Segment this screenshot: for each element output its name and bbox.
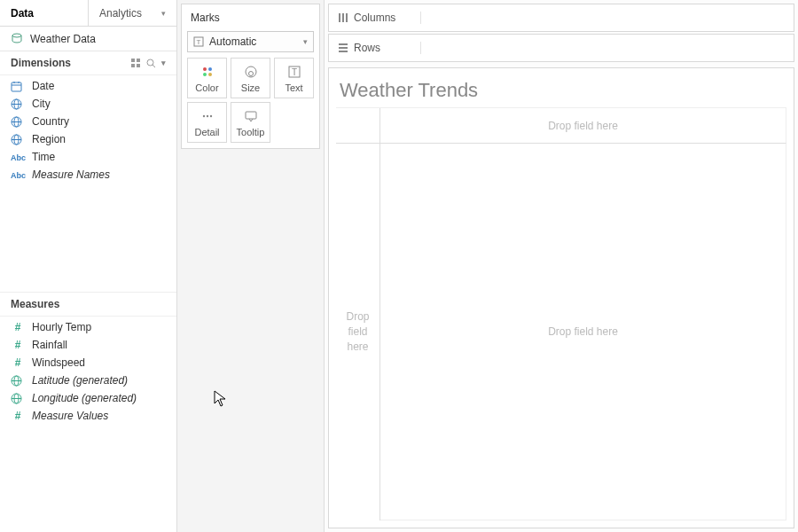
svg-point-33 xyxy=(248,71,253,75)
datasource-row[interactable]: Weather Data xyxy=(0,27,176,51)
mark-type-icon: T xyxy=(193,36,204,47)
globe-icon xyxy=(11,375,25,387)
svg-rect-42 xyxy=(346,13,348,22)
menu-caret-icon[interactable]: ▾ xyxy=(161,59,166,68)
globe-icon xyxy=(11,98,25,110)
field-label: Rainfall xyxy=(32,339,67,351)
hash-icon: # xyxy=(11,410,25,422)
svg-point-38 xyxy=(209,114,211,116)
svg-rect-4 xyxy=(137,64,140,67)
viz-corner xyxy=(336,108,380,144)
abc-icon: Abc xyxy=(11,169,25,180)
viz-card: Weather Trends Drop field here Drop fiel… xyxy=(328,67,794,528)
svg-point-0 xyxy=(12,34,21,37)
measure-field-longitude-generated-[interactable]: Longitude (generated) xyxy=(0,389,176,407)
rows-icon xyxy=(338,43,348,53)
marks-card: Marks T Automatic ▾ Color xyxy=(181,4,320,149)
viz-row-header-drop[interactable]: Drop field here xyxy=(336,144,380,520)
datasource-name: Weather Data xyxy=(30,33,96,45)
svg-rect-45 xyxy=(339,51,348,52)
svg-rect-7 xyxy=(12,82,21,91)
measure-field-latitude-generated-[interactable]: Latitude (generated) xyxy=(0,372,176,389)
dimension-field-measure-names[interactable]: AbcMeasure Names xyxy=(0,166,176,184)
chevron-down-icon: ▾ xyxy=(161,9,166,18)
rows-drop-zone[interactable] xyxy=(421,35,794,61)
marks-text-button[interactable]: T Text xyxy=(274,58,314,98)
measures-list: #Hourly Temp#Rainfall#WindspeedLatitude … xyxy=(0,317,176,426)
columns-text: Columns xyxy=(354,12,395,24)
globe-icon xyxy=(11,134,25,145)
rows-shelf[interactable]: Rows xyxy=(328,34,794,62)
tab-analytics-label: Analytics xyxy=(99,7,142,20)
svg-point-5 xyxy=(147,59,153,66)
svg-text:T: T xyxy=(197,38,201,46)
svg-line-6 xyxy=(153,65,155,67)
marks-grid: Color Size T Text xyxy=(187,58,314,143)
viz-title[interactable]: Weather Trends xyxy=(336,75,786,107)
marks-size-button[interactable]: Size xyxy=(231,58,270,98)
rows-shelf-label: Rows xyxy=(329,42,421,54)
marks-text-label: Text xyxy=(285,82,302,93)
data-pane: Data Analytics ▾ Weather Data Dimensions xyxy=(0,0,177,532)
dimension-field-region[interactable]: Region xyxy=(0,130,176,148)
field-label: Measure Values xyxy=(32,410,108,422)
hash-icon: # xyxy=(11,356,25,369)
dimension-field-city[interactable]: City xyxy=(0,95,176,113)
viz-main-drop[interactable]: Drop field here xyxy=(380,144,786,520)
field-label: Windspeed xyxy=(32,356,85,369)
globe-icon xyxy=(11,393,25,404)
columns-icon xyxy=(338,12,348,23)
measure-field-windspeed[interactable]: #Windspeed xyxy=(0,354,176,372)
chevron-down-icon: ▾ xyxy=(303,37,308,46)
abc-icon: Abc xyxy=(11,152,25,162)
measure-field-measure-values[interactable]: #Measure Values xyxy=(0,407,176,425)
svg-rect-44 xyxy=(339,47,348,49)
svg-rect-40 xyxy=(339,13,340,22)
marks-panel: Marks T Automatic ▾ Color xyxy=(177,0,325,532)
drop-field-row-text: Drop field here xyxy=(340,309,376,354)
columns-shelf-label: Columns xyxy=(329,12,421,24)
marks-detail-label: Detail xyxy=(194,127,219,137)
marks-detail-button[interactable]: Detail xyxy=(187,102,227,143)
marks-color-button[interactable]: Color xyxy=(187,58,227,98)
hash-icon: # xyxy=(11,321,25,333)
marks-size-label: Size xyxy=(241,82,260,93)
drop-field-col-text: Drop field here xyxy=(548,120,618,132)
viz-column-header-drop[interactable]: Drop field here xyxy=(380,108,786,144)
dimension-field-country[interactable]: Country xyxy=(0,113,176,130)
drop-field-main-text: Drop field here xyxy=(548,325,618,338)
tab-data-label: Data xyxy=(11,7,34,20)
svg-rect-1 xyxy=(131,59,135,62)
dimensions-label: Dimensions xyxy=(11,57,71,69)
tab-analytics[interactable]: Analytics ▾ xyxy=(89,0,176,26)
search-icon[interactable] xyxy=(146,59,156,68)
tooltip-icon xyxy=(244,108,258,124)
dimension-field-date[interactable]: Date xyxy=(0,77,176,95)
measure-field-rainfall[interactable]: #Rainfall xyxy=(0,336,176,354)
mark-type-select[interactable]: T Automatic ▾ xyxy=(187,31,314,52)
field-label: Time xyxy=(32,151,55,163)
svg-point-28 xyxy=(203,67,207,71)
columns-shelf[interactable]: Columns xyxy=(328,4,794,32)
marks-tooltip-button[interactable]: Tooltip xyxy=(231,102,270,143)
field-label: Date xyxy=(32,80,54,92)
columns-drop-zone[interactable] xyxy=(421,4,794,31)
size-icon xyxy=(244,64,258,80)
sidebar-tabs: Data Analytics ▾ xyxy=(0,0,176,27)
svg-rect-41 xyxy=(342,13,344,22)
measures-label: Measures xyxy=(11,298,59,310)
marks-color-label: Color xyxy=(195,82,218,93)
view-grid-icon[interactable] xyxy=(131,59,141,68)
svg-point-36 xyxy=(202,114,204,116)
field-label: Country xyxy=(32,115,69,128)
dimension-field-time[interactable]: AbcTime xyxy=(0,148,176,166)
field-label: Latitude (generated) xyxy=(32,374,128,387)
field-label: Hourly Temp xyxy=(32,321,91,333)
app-root: Data Analytics ▾ Weather Data Dimensions xyxy=(0,0,798,532)
mark-type-label: Automatic xyxy=(209,35,256,48)
svg-rect-3 xyxy=(131,64,135,67)
measure-field-hourly-temp[interactable]: #Hourly Temp xyxy=(0,318,176,336)
tab-data[interactable]: Data xyxy=(0,0,89,26)
rows-text: Rows xyxy=(354,42,380,54)
svg-point-30 xyxy=(203,73,207,76)
